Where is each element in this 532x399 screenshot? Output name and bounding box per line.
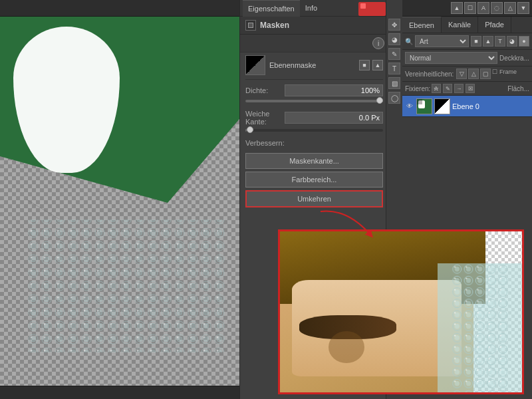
- props-icon-5: [360, 9, 366, 15]
- layers-search-row: 🔍 Art ■ ▲ T ◕ ●: [402, 33, 532, 50]
- deckkraft-label: Deckkra...: [499, 55, 529, 62]
- filter-icon-1[interactable]: ■: [471, 36, 481, 47]
- masken-title: Masken: [260, 21, 289, 30]
- props-icon-1: [360, 3, 366, 9]
- layers-icon-4[interactable]: ◌: [491, 2, 503, 14]
- props-icon-3: [372, 3, 378, 9]
- vicon-3[interactable]: ▢: [480, 68, 491, 79]
- layer-visibility-toggle[interactable]: 👁: [405, 102, 414, 111]
- weiche-kante-slider-thumb: [247, 126, 253, 133]
- vereinigen-row: Vereinheitlichen: ▽ △ ▢ ☐ Frame: [402, 66, 532, 82]
- layer-color-thumb: [416, 98, 432, 114]
- verbessern-label: Verbessern:: [245, 139, 295, 147]
- preview-popup: [278, 229, 524, 394]
- filter-icon-4[interactable]: ◕: [507, 36, 517, 47]
- preview-bubble-svg: [438, 263, 522, 392]
- layers-tabs: Ebenen Kanäle Pfade: [402, 17, 532, 33]
- mask-action-icons: ■ ▲: [359, 60, 383, 70]
- svg-rect-11: [451, 263, 508, 392]
- vereinigen-label: Vereinheitlichen:: [405, 70, 454, 78]
- bubble-wrap-svg: [27, 200, 233, 359]
- umkehren-button[interactable]: Umkehren: [245, 190, 383, 207]
- props-icon-2: [366, 3, 372, 9]
- tool-burn[interactable]: ◯: [388, 92, 400, 104]
- weiche-kante-slider[interactable]: [245, 129, 383, 132]
- layers-top-icons: ▲ ☐ A ◌ △ ▼: [402, 0, 532, 17]
- dichte-input[interactable]: [285, 84, 383, 96]
- farbbereich-button[interactable]: Farbbereich...: [245, 172, 383, 188]
- tool-lasso[interactable]: ✥: [388, 19, 400, 31]
- vicon-2[interactable]: △: [468, 68, 479, 79]
- canvas-area: [0, 17, 239, 386]
- blend-mode-dropdown[interactable]: Normal: [405, 52, 497, 64]
- filter-dropdown[interactable]: Art: [415, 35, 469, 47]
- weiche-kante-input[interactable]: [285, 112, 383, 124]
- filter-icon-3[interactable]: T: [495, 36, 505, 47]
- tool-text[interactable]: T: [388, 63, 400, 74]
- layers-icon-3[interactable]: A: [477, 2, 489, 14]
- fix-icon-3[interactable]: →: [454, 84, 464, 93]
- tab-kanaele[interactable]: Kanäle: [442, 17, 478, 33]
- preview-content: [280, 231, 522, 392]
- fix-icon-4[interactable]: ☒: [466, 84, 475, 93]
- tab-eigenschaften[interactable]: Eigenschaften: [243, 0, 300, 17]
- props-icon-8: [378, 9, 384, 15]
- divider-1: [245, 79, 383, 80]
- fix-icon-1[interactable]: ⛤: [432, 84, 441, 93]
- layers-icon-5[interactable]: △: [504, 2, 516, 14]
- fix-icons: ⛤ ✎ → ☒: [432, 84, 506, 93]
- layers-icon-6[interactable]: ▼: [517, 2, 529, 14]
- info-button[interactable]: i: [372, 37, 384, 49]
- dichte-slider-fill: [245, 100, 383, 102]
- vicon-1[interactable]: ▽: [456, 68, 467, 79]
- vereinigen-icons: ▽ △ ▢ ☐ Frame: [456, 68, 517, 79]
- filter-icon-2[interactable]: ▲: [483, 36, 493, 47]
- fixieren-label: Fixieren:: [405, 85, 430, 92]
- masken-header: Masken: [240, 17, 388, 35]
- svg-line-4: [27, 200, 60, 219]
- maskenkante-button[interactable]: Maskenkante...: [245, 153, 383, 169]
- ebenenmaske-label: Ebenenmaske: [269, 61, 355, 69]
- layer-name: Ebene 0: [452, 102, 529, 110]
- filter-icons: ■ ▲ T ◕ ●: [471, 36, 529, 47]
- props-icon-grid[interactable]: [358, 2, 386, 16]
- mask-thumbnail-inner: [246, 56, 265, 74]
- props-icon-4: [378, 3, 384, 9]
- blend-mode-row: Normal Deckkra...: [402, 50, 532, 66]
- ebenenmaske-row: Ebenenmaske ■ ▲: [240, 53, 388, 78]
- svg-rect-7: [417, 99, 422, 104]
- dichte-slider-thumb: [376, 97, 383, 104]
- weiche-kante-row: Weiche Kante:: [240, 106, 388, 129]
- fix-icon-2[interactable]: ✎: [443, 84, 452, 93]
- tab-info[interactable]: Info: [300, 0, 323, 17]
- layers-icon-1[interactable]: ▲: [451, 2, 463, 14]
- layer-row-0: 👁 Ebene 0: [402, 96, 532, 117]
- mask-thumbnail: [245, 55, 265, 75]
- filter-icon-5[interactable]: ●: [519, 36, 529, 47]
- frame-label: ☐ Frame: [492, 68, 517, 79]
- mask-icon-btn-1[interactable]: ■: [359, 60, 370, 70]
- dichte-label: Dichte:: [245, 86, 281, 94]
- weiche-kante-label: Weiche Kante:: [245, 110, 281, 126]
- fixieren-row: Fixieren: ⛤ ✎ → ☒ Fläch...: [402, 82, 532, 96]
- tab-pfade[interactable]: Pfade: [478, 17, 511, 33]
- svg-rect-3: [27, 219, 226, 352]
- props-icon-6: [366, 9, 372, 15]
- tab-ebenen[interactable]: Ebenen: [402, 17, 442, 33]
- layer-thumb-svg: [417, 99, 432, 114]
- tool-magic[interactable]: ◕: [388, 33, 400, 45]
- info-icon-row: i: [240, 35, 388, 53]
- preview-bubbles: [438, 263, 522, 392]
- tool-gradient[interactable]: ▧: [388, 77, 400, 89]
- flache-label: Fläch...: [507, 85, 529, 92]
- layer-mask-thumb: [434, 98, 450, 114]
- mask-icon: [245, 20, 256, 31]
- dichte-slider[interactable]: [245, 100, 383, 102]
- mask-icon-inner: [248, 23, 253, 28]
- tool-brush[interactable]: ✎: [388, 48, 400, 60]
- mask-icon-btn-2[interactable]: ▲: [372, 60, 383, 70]
- props-icon-7: [372, 9, 378, 15]
- search-icon: 🔍: [405, 38, 413, 45]
- layers-icon-2[interactable]: ☐: [464, 2, 476, 14]
- dichte-row: Dichte:: [240, 81, 388, 100]
